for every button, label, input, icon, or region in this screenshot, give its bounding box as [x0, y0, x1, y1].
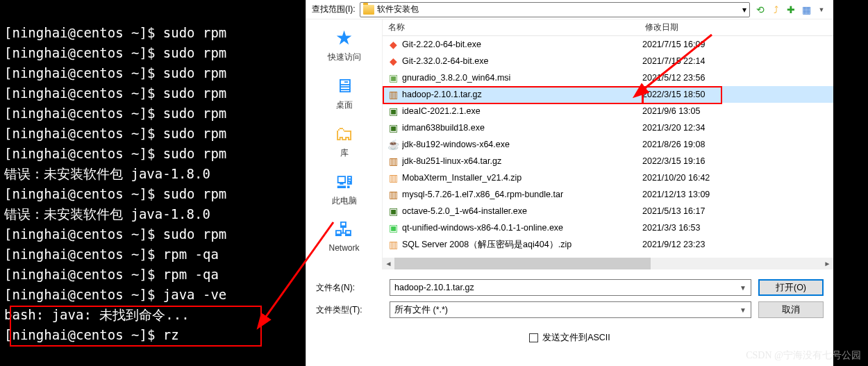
scroll-right-icon[interactable]: ►	[821, 258, 833, 269]
cancel-button[interactable]: 取消	[758, 301, 824, 318]
open-button[interactable]: 打开(O)	[758, 279, 824, 296]
chevron-down-icon: ▾	[742, 5, 746, 15]
ascii-checkbox[interactable]	[529, 333, 538, 342]
file-date: 2022/3/15 18:50	[637, 90, 833, 99]
file-date: 2021/10/20 16:42	[637, 173, 833, 183]
file-row[interactable]: ▥mysql-5.7.26-1.el7.x86_64.rpm-bundle.ta…	[383, 186, 833, 203]
col-date-header[interactable]: 修改日期	[640, 22, 833, 33]
file-date: 2021/9/12 23:23	[637, 240, 833, 249]
file-row[interactable]: ▥MobaXterm_Installer_v21.4.zip2021/10/20…	[383, 169, 833, 186]
back-icon[interactable]: ⟲	[754, 3, 767, 16]
file-icon: ▣	[387, 105, 399, 117]
file-date: 2021/5/12 23:56	[637, 73, 833, 83]
file-icon: ▥	[387, 88, 399, 101]
chevron-down-icon: ▼	[740, 306, 746, 314]
lookin-label: 查找范围(I):	[312, 3, 356, 15]
desktop-icon: 🖥	[332, 73, 357, 98]
file-name: gnuradio_3.8.2.0_win64.msi	[402, 73, 637, 83]
file-icon: ▥	[387, 172, 399, 184]
file-rows[interactable]: ◆Git-2.22.0-64-bit.exe2021/7/15 16:09◆Gi…	[383, 36, 833, 258]
file-name: MobaXterm_Installer_v21.4.zip	[402, 173, 637, 183]
file-date: 2021/5/13 16:17	[637, 206, 833, 216]
file-row[interactable]: ▣idman638build18.exe2021/3/20 12:34	[383, 119, 833, 136]
term-rz: [ninghai@centos ~]$ rz	[4, 327, 179, 342]
term-line: [ninghai@centos ~]$ sudo rpm	[4, 85, 226, 101]
file-icon: ▣	[387, 205, 399, 217]
place-label: 桌面	[336, 99, 353, 111]
new-folder-icon[interactable]: ✚	[785, 3, 797, 16]
file-row[interactable]: ▣ideaIC-2021.2.1.exe2021/9/6 13:05	[383, 103, 833, 119]
scroll-track[interactable]	[394, 258, 821, 269]
term-line: [ninghai@centos ~]$ sudo rpm	[4, 106, 226, 121]
library-icon: 🗂	[332, 121, 357, 146]
place-label: Network	[328, 243, 359, 253]
file-row[interactable]: ▥jdk-8u251-linux-x64.tar.gz2022/3/15 19:…	[383, 153, 833, 169]
term-line: [ninghai@centos ~]$ rpm -qa	[4, 267, 219, 282]
scroll-left-icon[interactable]: ◄	[383, 258, 394, 269]
file-date: 2021/9/6 13:05	[637, 106, 833, 116]
file-name: octave-5.2.0_1-w64-installer.exe	[402, 206, 637, 216]
file-row[interactable]: ☕jdk-8u192-windows-x64.exe2021/8/26 19:0…	[383, 136, 833, 153]
filetype-value: 所有文件 (*.*)	[394, 304, 448, 316]
folder-name: 软件安装包	[377, 3, 419, 15]
filetype-label: 文件类型(T):	[316, 304, 383, 316]
toolbar-icons: ⟲ ⤴ ✚ ▦ ▼	[754, 3, 828, 16]
filetype-combo[interactable]: 所有文件 (*.*) ▼	[390, 301, 751, 318]
place-libraries[interactable]: 🗂 库	[332, 121, 357, 159]
file-icon: ☕	[387, 138, 399, 151]
dialog-bottom: 文件名(N): hadoop-2.10.1.tar.gz ▼ 打开(O) 文件类…	[306, 269, 833, 347]
file-icon: ◆	[387, 55, 399, 67]
up-icon[interactable]: ⤴	[769, 3, 782, 16]
place-thispc[interactable]: 🖳 此电脑	[332, 169, 357, 207]
file-date: 2021/3/3 16:53	[637, 223, 833, 233]
term-line: [ninghai@centos ~]$ sudo rpm	[4, 226, 226, 242]
folder-combo[interactable]: 软件安装包 ▾	[360, 2, 750, 17]
file-name: jdk-8u192-windows-x64.exe	[402, 140, 637, 149]
term-error-pkg: java-1.8.0	[123, 206, 210, 222]
file-icon: ◆	[387, 38, 399, 51]
file-name: jdk-8u251-linux-x64.tar.gz	[402, 156, 637, 166]
filename-input[interactable]: hadoop-2.10.1.tar.gz ▼	[390, 279, 751, 296]
file-date: 2021/8/26 19:08	[637, 140, 833, 149]
col-name-header[interactable]: 名称	[383, 22, 640, 33]
folder-icon	[363, 5, 374, 15]
file-name: mysql-5.7.26-1.el7.x86_64.rpm-bundle.tar	[402, 190, 637, 199]
network-icon: 🖧	[331, 217, 356, 242]
place-network[interactable]: 🖧 Network	[328, 217, 359, 253]
place-label: 此电脑	[332, 195, 357, 207]
file-name: qt-unified-windows-x86-4.0.1-1-online.ex…	[402, 223, 637, 233]
term-error-pkg: java-1.8.0	[123, 166, 210, 181]
scroll-thumb[interactable]	[394, 258, 651, 269]
places-sidebar: ★ 快速访问 🖥 桌面 🗂 库 🖳 此电脑 🖧 Network	[306, 19, 383, 269]
watermark: CSDN @宁海没有七号公园	[746, 349, 861, 362]
file-icon: ▥	[387, 238, 399, 251]
file-row[interactable]: ◆Git-2.32.0.2-64-bit.exe2021/7/15 22:14	[383, 53, 833, 69]
filename-value: hadoop-2.10.1.tar.gz	[394, 283, 474, 292]
file-icon: ▣	[387, 122, 399, 134]
term-line: [ninghai@centos ~]$ sudo rpm	[4, 126, 226, 141]
term-error: 错误：未安装软件包	[4, 166, 123, 181]
view-drop-icon[interactable]: ▼	[815, 3, 828, 16]
horizontal-scrollbar[interactable]: ◄ ►	[383, 258, 833, 269]
term-bash-error: bash: java: 未找到命令...	[4, 307, 190, 322]
file-icon: ▣	[387, 222, 399, 234]
term-line: [ninghai@centos ~]$ sudo rpm	[4, 186, 226, 201]
file-row[interactable]: ▥SQL Server 2008（解压密码是aqi404）.zip2021/9/…	[383, 236, 833, 253]
file-row[interactable]: ▣octave-5.2.0_1-w64-installer.exe2021/5/…	[383, 203, 833, 219]
pc-icon: 🖳	[332, 169, 357, 194]
file-name: SQL Server 2008（解压密码是aqi404）.zip	[402, 239, 637, 251]
file-row[interactable]: ◆Git-2.22.0-64-bit.exe2021/7/15 16:09	[383, 36, 833, 53]
file-row[interactable]: ▣gnuradio_3.8.2.0_win64.msi2021/5/12 23:…	[383, 69, 833, 86]
view-icon[interactable]: ▦	[800, 3, 812, 16]
file-list-header: 名称 修改日期	[383, 19, 833, 36]
file-row[interactable]: ▣qt-unified-windows-x86-4.0.1-1-online.e…	[383, 219, 833, 236]
file-icon: ▣	[387, 72, 399, 84]
term-line: [ninghai@centos ~]$ sudo rpm	[4, 45, 226, 60]
place-desktop[interactable]: 🖥 桌面	[332, 73, 357, 111]
place-quickaccess[interactable]: ★ 快速访问	[328, 25, 361, 63]
file-row[interactable]: ▥hadoop-2.10.1.tar.gz2022/3/15 18:50	[383, 86, 833, 103]
ascii-label: 发送文件到ASCII	[542, 332, 610, 344]
file-date: 2021/3/20 12:34	[637, 123, 833, 133]
filename-label: 文件名(N):	[316, 282, 383, 294]
file-name: ideaIC-2021.2.1.exe	[402, 106, 637, 116]
